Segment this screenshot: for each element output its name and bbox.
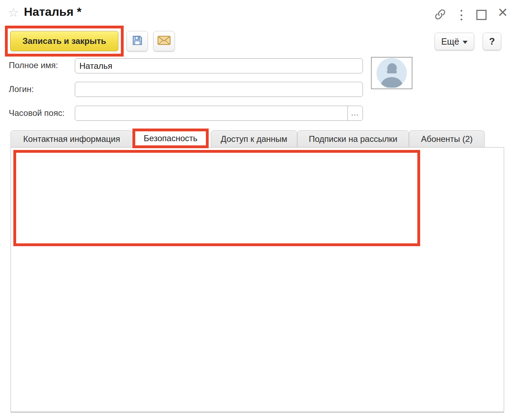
save-close-highlight-box: Записать и закрыть: [5, 26, 124, 57]
login-label: Логин:: [9, 84, 34, 94]
copy-link-icon[interactable]: [433, 8, 447, 21]
floppy-disk-icon: [131, 34, 144, 48]
avatar-placeholder-icon: [376, 57, 408, 89]
timezone-picker-button[interactable]: ...: [347, 106, 363, 120]
help-button[interactable]: ?: [483, 33, 501, 50]
kebab-menu-icon[interactable]: [458, 10, 465, 20]
send-email-button[interactable]: [153, 31, 175, 51]
more-actions-label: Ещё: [441, 37, 459, 47]
save-and-close-button[interactable]: Записать и закрыть: [10, 31, 118, 51]
tab-data-access[interactable]: Доступ к данным: [211, 130, 297, 147]
tab-mailing-subscriptions[interactable]: Подписки на рассылки: [297, 130, 409, 147]
login-input[interactable]: [75, 82, 363, 97]
window-title: Наталья *: [24, 5, 82, 19]
chevron-down-icon: [463, 41, 468, 44]
more-actions-button[interactable]: Ещё: [435, 33, 474, 50]
tab-subscribers[interactable]: Абоненты (2): [409, 130, 485, 147]
full-name-value: Наталья: [75, 61, 112, 71]
security-tab-panel: [11, 147, 504, 412]
tab-contact-info[interactable]: Контактная информация: [11, 130, 133, 147]
full-name-input[interactable]: Наталья: [75, 58, 363, 73]
tab-security[interactable]: Безопасность: [135, 131, 206, 145]
user-card-window: { "colors": { "highlight_red": "#E8432A"…: [0, 0, 515, 420]
maximize-icon[interactable]: [476, 10, 487, 20]
close-icon[interactable]: ✕: [497, 6, 508, 19]
save-button[interactable]: [126, 31, 148, 51]
timezone-label: Часовой пояс:: [9, 108, 65, 118]
tab-security-highlight-box: Безопасность: [132, 129, 209, 148]
favorite-star-icon[interactable]: ☆: [8, 6, 19, 19]
envelope-icon: [157, 35, 171, 47]
avatar[interactable]: [371, 57, 412, 89]
timezone-input[interactable]: ...: [75, 106, 363, 121]
full-name-label: Полное имя:: [9, 60, 58, 70]
